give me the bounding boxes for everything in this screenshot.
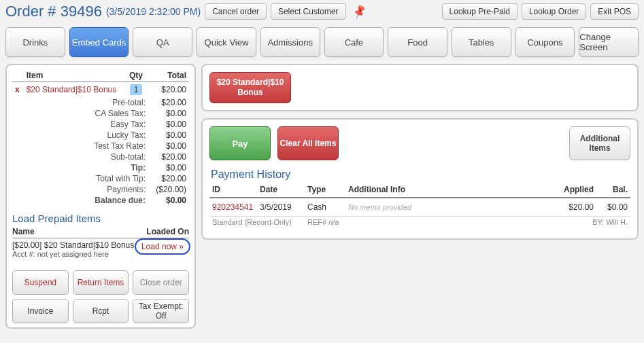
payment-kind: Standard (Record-Only) [209,217,305,232]
additional-items-button[interactable]: Additional Items [569,126,630,160]
tab-embed-cards[interactable]: Embed Cards [69,27,129,57]
suspend-button[interactable]: Suspend [12,270,69,295]
easy-tax-value: $0.00 [148,119,189,130]
sub-total-label: Sub-total: [24,151,148,162]
rcpt-button[interactable]: Rcpt [73,299,129,323]
lucky-tax-value: $0.00 [148,130,189,141]
return-items-button[interactable]: Return Items [73,270,129,295]
payment-row[interactable]: 920234541 3/5/2019 Cash No memo provided… [209,198,630,217]
lucky-tax-label: Lucky Tax: [24,130,148,141]
tab-tables[interactable]: Tables [452,27,511,57]
payment-type: Cash [305,198,345,217]
payment-ref-label: REF# [307,218,326,226]
invoice-button[interactable]: Invoice [12,299,69,323]
order-timestamp: (3/5/2019 2:32:00 PM) [106,6,201,17]
ph-col-date: Date [257,182,305,198]
prepaid-col-loaded: Loaded On [146,227,189,236]
order-title: Order # 39496 [5,3,102,20]
test-tax-label: Test Tax Rate: [24,141,148,151]
pre-total-label: Pre-total: [24,97,148,108]
ph-col-applied: Applied [549,182,596,198]
category-tabs: Drinks Embed Cards QA Quick View Admissi… [0,23,644,64]
line-item-qty[interactable]: 1 [130,84,143,95]
prepaid-item: [$20.00] $20 Standard|$10 Bonus Acct #: … [12,238,189,258]
payments-value: ($20.00) [148,184,189,195]
payment-id: 920234541 [209,198,257,217]
total-tip-label: Total with Tip: [24,173,148,184]
payment-ref-value: n/a [328,218,339,226]
balance-value: $0.00 [148,195,189,206]
col-qty: Qty [124,69,148,82]
order-panel: Item Qty Total x $20 Standard|$10 Bonus … [5,64,196,329]
product-chip[interactable]: $20 Standard|$10 Bonus [209,72,291,103]
balance-label: Balance due: [24,195,148,206]
exit-pos-button[interactable]: Exit POS [590,3,639,20]
tip-label: Tip: [24,162,148,173]
close-order-button[interactable]: Close order [133,270,189,295]
payment-memo: No memo provided [345,198,549,217]
prepaid-title: Load Prepaid Items [12,213,189,224]
tip-value: $0.00 [148,162,189,173]
tab-quick-view[interactable]: Quick View [197,27,256,57]
lookup-order-button[interactable]: Lookup Order [522,3,586,20]
prepaid-col-name: Name [12,227,146,236]
ph-col-bal: Bal. [596,182,630,198]
payment-box: Pay Clear All Items Additional Items Pay… [201,118,639,240]
pin-icon[interactable]: 📌 [348,2,371,20]
pay-button[interactable]: Pay [209,126,271,160]
payment-history-title: Payment History [211,168,630,181]
payments-label: Payments: [24,184,148,195]
clear-all-button[interactable]: Clear All Items [277,126,339,160]
remove-item-icon[interactable]: x [15,85,21,94]
ph-col-type: Type [305,182,345,198]
tab-coupons[interactable]: Coupons [515,27,575,57]
ph-col-info: Additional Info [345,182,549,198]
tab-admissions[interactable]: Admissions [260,27,320,57]
tax-exempt-button[interactable]: Tax Exempt: Off [133,299,189,323]
payment-by: BY: Will H. [549,217,630,232]
line-item-total: $20.00 [148,82,189,98]
col-total: Total [148,69,189,82]
payment-applied: $20.00 [549,198,596,217]
payment-bal: $0.00 [596,198,630,217]
line-item-name: $20 Standard|$10 Bonus [24,82,124,98]
tab-cafe[interactable]: Cafe [324,27,384,57]
sub-total-value: $20.00 [148,151,189,162]
product-box: $20 Standard|$10 Bonus [201,64,639,111]
payment-date: 3/5/2019 [257,198,305,217]
tab-change-screen[interactable]: Change Screen [579,27,639,57]
ca-tax-label: CA Sales Tax: [24,108,148,119]
test-tax-value: $0.00 [148,141,189,151]
ph-col-id: ID [209,182,257,198]
payment-sub-row: Standard (Record-Only) REF# n/a BY: Will… [209,217,630,232]
load-now-button[interactable]: Load now » [135,238,190,255]
lookup-prepaid-button[interactable]: Lookup Pre-Paid [442,3,518,20]
tab-drinks[interactable]: Drinks [5,27,65,57]
tab-qa[interactable]: QA [133,27,192,57]
line-item[interactable]: x $20 Standard|$10 Bonus 1 $20.00 [12,82,189,98]
col-item: Item [24,69,124,82]
select-customer-button[interactable]: Select Customer [271,3,346,20]
easy-tax-label: Easy Tax: [24,119,148,130]
pre-total-value: $20.00 [148,97,189,108]
cancel-order-button[interactable]: Cancel order [205,3,267,20]
tab-food[interactable]: Food [388,27,447,57]
ca-tax-value: $0.00 [148,108,189,119]
total-tip-value: $20.00 [148,173,189,184]
